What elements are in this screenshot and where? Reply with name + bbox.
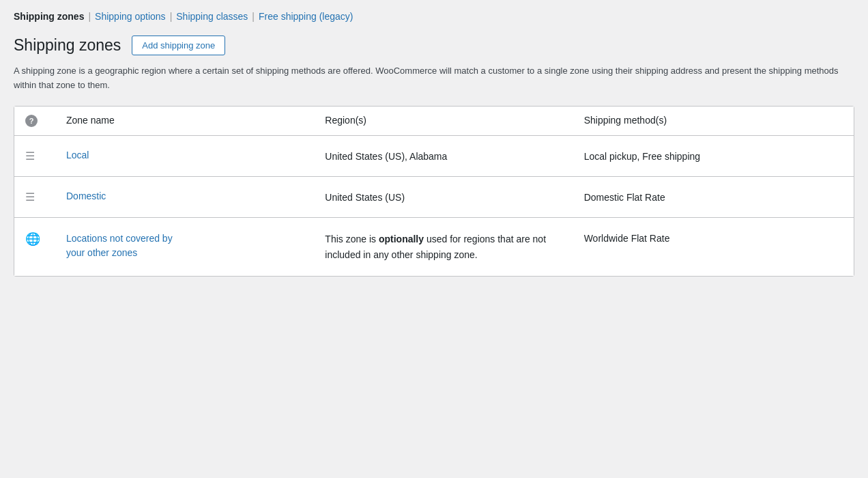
zone-regions-bold: optionally — [379, 234, 424, 244]
zone-regions-domestic: United States (US) — [325, 191, 583, 203]
zone-regions-uncovered: This zone is optionally used for regions… — [325, 231, 583, 262]
top-nav: Shipping zones | Shipping options | Ship… — [14, 11, 854, 22]
nav-link-free-shipping[interactable]: Free shipping (legacy) — [259, 11, 353, 22]
zone-name-cell-domestic: Domestic — [66, 191, 325, 201]
zone-name-link-uncovered-line2[interactable]: your other zones — [66, 246, 325, 260]
zone-name-link-local[interactable]: Local — [66, 150, 89, 160]
drag-handle-icon: ☰ — [25, 149, 35, 162]
page-description: A shipping zone is a geographic region w… — [14, 64, 854, 93]
table-row: ☰ Domestic United States (US) Domestic F… — [14, 177, 854, 218]
table-header-methods: Shipping method(s) — [584, 115, 843, 127]
nav-sep-3: | — [252, 11, 255, 22]
globe-icon-cell: 🌐 — [25, 231, 66, 247]
table-header-regions: Region(s) — [325, 115, 583, 127]
table-header-zone-name: Zone name — [66, 115, 325, 127]
table-row: 🌐 Locations not covered by your other zo… — [14, 218, 854, 276]
zone-name-cell-uncovered: Locations not covered by your other zone… — [66, 231, 325, 260]
globe-icon: 🌐 — [25, 231, 40, 246]
zone-name-link-uncovered-line1[interactable]: Locations not covered by — [66, 231, 325, 246]
zone-methods-uncovered: Worldwide Flat Rate — [584, 231, 843, 244]
zone-name-link-domestic[interactable]: Domestic — [66, 191, 106, 201]
nav-current: Shipping zones — [14, 11, 84, 22]
nav-sep-1: | — [88, 11, 91, 22]
zone-methods-domestic: Domestic Flat Rate — [584, 191, 843, 203]
table-header-icon-col: ? — [25, 115, 66, 127]
table-header: ? Zone name Region(s) Shipping method(s) — [14, 107, 854, 136]
zone-regions-local: United States (US), Alabama — [325, 150, 583, 162]
nav-link-shipping-options[interactable]: Shipping options — [95, 11, 166, 22]
nav-link-shipping-classes[interactable]: Shipping classes — [176, 11, 248, 22]
help-icon[interactable]: ? — [25, 115, 38, 127]
drag-handle-domestic[interactable]: ☰ — [25, 191, 66, 203]
drag-handle-local[interactable]: ☰ — [25, 150, 66, 163]
table-row: ☰ Local United States (US), Alabama Loca… — [14, 136, 854, 177]
add-shipping-zone-button[interactable]: Add shipping zone — [132, 36, 225, 55]
zone-name-cell-local: Local — [66, 150, 325, 160]
zone-methods-local: Local pickup, Free shipping — [584, 150, 843, 162]
shipping-zones-table: ? Zone name Region(s) Shipping method(s)… — [14, 106, 854, 277]
nav-sep-2: | — [170, 11, 173, 22]
zone-regions-prefix: This zone is — [325, 234, 379, 244]
page-title: Shipping zones — [14, 36, 121, 56]
drag-handle-icon: ☰ — [25, 190, 35, 203]
page-header: Shipping zones Add shipping zone — [14, 36, 854, 56]
